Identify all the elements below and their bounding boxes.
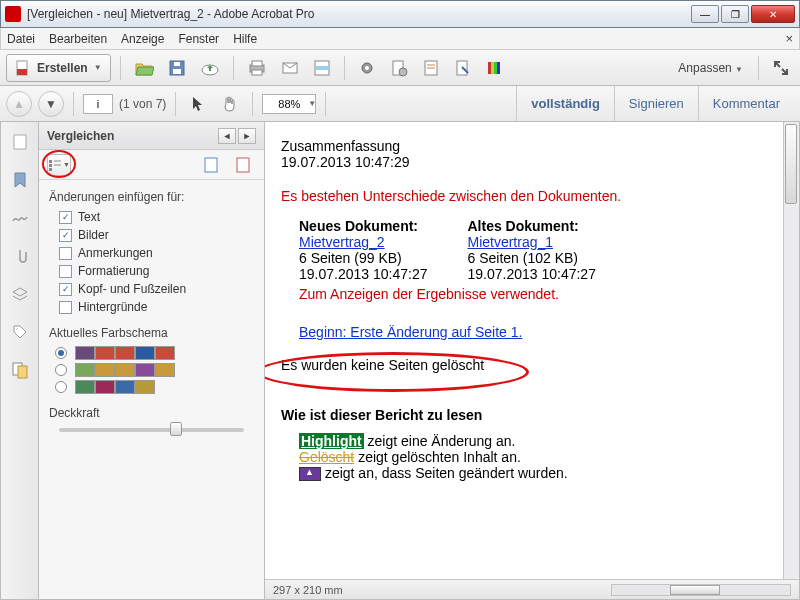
colors-button[interactable] <box>482 55 508 81</box>
panel-options-button[interactable]: ▼ <box>47 154 71 176</box>
svg-rect-32 <box>205 158 217 172</box>
rail-signature-icon[interactable] <box>10 208 30 228</box>
chk-images[interactable]: Bilder <box>59 228 254 242</box>
page-up-button[interactable]: ▲ <box>6 91 32 117</box>
svg-point-13 <box>365 66 369 70</box>
swatch <box>155 346 175 360</box>
vertical-scrollbar[interactable] <box>783 122 799 579</box>
panel-doc-a[interactable] <box>198 152 224 178</box>
form-button[interactable] <box>418 55 444 81</box>
close-button[interactable]: ✕ <box>751 5 795 23</box>
app-icon <box>5 6 21 22</box>
swatch <box>135 346 155 360</box>
radio-scheme-0[interactable] <box>55 347 67 359</box>
open-button[interactable] <box>130 55 158 81</box>
customize-button[interactable]: Anpassen ▼ <box>672 61 749 75</box>
new-doc-link[interactable]: Mietvertrag_2 <box>299 234 385 250</box>
svg-rect-8 <box>252 70 262 75</box>
status-bar: 297 x 210 mm <box>265 579 799 599</box>
gear-button[interactable] <box>354 55 380 81</box>
radio-scheme-1[interactable] <box>55 364 67 376</box>
folder-open-icon <box>134 59 154 77</box>
begin-link[interactable]: Beginn: Erste Änderung auf Seite 1. <box>299 324 522 340</box>
panel-body: Änderungen einfügen für: Text Bilder Anm… <box>39 180 264 442</box>
save-button[interactable] <box>164 55 190 81</box>
color-scheme-2[interactable] <box>55 380 254 394</box>
chk-headers-footers[interactable]: Kopf- und Fußzeilen <box>59 282 254 296</box>
rail-layers-icon[interactable] <box>10 284 30 304</box>
rail-attach-icon[interactable] <box>10 246 30 266</box>
print-button[interactable] <box>243 55 271 81</box>
no-delete-msg: Es wurden keine Seiten gelöscht <box>281 357 771 373</box>
radio-scheme-2[interactable] <box>55 381 67 393</box>
hscroll-thumb[interactable] <box>670 585 720 595</box>
create-button[interactable]: Erstellen ▼ <box>6 54 111 82</box>
swatch <box>75 363 95 377</box>
chk-text[interactable]: Text <box>59 210 254 224</box>
maximize-button[interactable]: ❐ <box>721 5 749 23</box>
list-icon <box>48 159 61 171</box>
swatch <box>95 346 115 360</box>
old-doc-date: 19.07.2013 10:47:27 <box>467 266 595 282</box>
new-doc-label: Neues Dokument: <box>299 218 427 234</box>
share-button[interactable] <box>277 55 303 81</box>
menu-view[interactable]: Anzeige <box>121 32 164 46</box>
svg-rect-31 <box>49 168 52 171</box>
slider-thumb[interactable] <box>170 422 182 436</box>
fullscreen-button[interactable] <box>768 55 794 81</box>
menu-window[interactable]: Fenster <box>178 32 219 46</box>
opacity-slider[interactable] <box>59 428 244 432</box>
old-doc-link[interactable]: Mietvertrag_1 <box>467 234 553 250</box>
color-scheme-1[interactable] <box>55 363 254 377</box>
rail-tag-icon[interactable] <box>10 322 30 342</box>
swatch <box>155 363 175 377</box>
arrow-cursor-icon <box>190 95 206 113</box>
menu-edit[interactable]: Bearbeiten <box>49 32 107 46</box>
link-sign[interactable]: Signieren <box>614 86 698 121</box>
rail-pages-icon[interactable] <box>10 132 30 152</box>
link-button[interactable] <box>450 55 476 81</box>
cloud-button[interactable] <box>196 55 224 81</box>
document-area: Zusammenfassung 19.07.2013 10:47:29 Es b… <box>265 122 799 599</box>
window-title: [Vergleichen - neu] Mietvertrag_2 - Adob… <box>27 7 691 21</box>
swatch <box>135 363 155 377</box>
color-scheme-0[interactable] <box>55 346 254 360</box>
chk-formatting[interactable]: Formatierung <box>59 264 254 278</box>
panel-prev[interactable]: ◄ <box>218 128 236 144</box>
menu-help[interactable]: Hilfe <box>233 32 257 46</box>
svg-rect-7 <box>252 61 262 66</box>
gear-icon <box>358 59 376 77</box>
svg-rect-29 <box>49 164 52 167</box>
diff-message: Es bestehen Unterschiede zwischen den Do… <box>281 188 771 204</box>
rail-bookmark-icon[interactable] <box>10 170 30 190</box>
vscroll-thumb[interactable] <box>785 124 797 204</box>
svg-rect-1 <box>17 69 27 75</box>
chk-annotations[interactable]: Anmerkungen <box>59 246 254 260</box>
scan-button[interactable] <box>309 55 335 81</box>
swatch <box>115 380 135 394</box>
edit-doc-button[interactable] <box>386 55 412 81</box>
legend-deleted: Gelöscht zeigt gelöschten Inhalt an. <box>299 449 771 465</box>
rail-compare-icon[interactable] <box>10 360 30 380</box>
printer-icon <box>247 59 267 77</box>
svg-rect-4 <box>174 62 180 66</box>
howto-title: Wie ist dieser Bericht zu lesen <box>281 407 771 423</box>
menu-file[interactable]: Datei <box>7 32 35 46</box>
chk-backgrounds[interactable]: Hintergründe <box>59 300 254 314</box>
menu-close-doc[interactable]: × <box>785 31 793 46</box>
link-comment[interactable]: Kommentar <box>698 86 794 121</box>
panel-doc-b[interactable] <box>230 152 256 178</box>
document-content[interactable]: Zusammenfassung 19.07.2013 10:47:29 Es b… <box>265 122 783 579</box>
zoom-input[interactable] <box>262 94 316 114</box>
create-label: Erstellen <box>37 61 88 75</box>
link-full[interactable]: vollständig <box>516 86 614 121</box>
panel-next[interactable]: ► <box>238 128 256 144</box>
page-total: (1 von 7) <box>119 97 166 111</box>
minimize-button[interactable]: — <box>691 5 719 23</box>
page-number-input[interactable] <box>83 94 113 114</box>
pan-tool[interactable] <box>217 91 243 117</box>
hand-icon <box>221 95 239 113</box>
hand-tool[interactable] <box>185 91 211 117</box>
page-down-button[interactable]: ▼ <box>38 91 64 117</box>
horizontal-scrollbar[interactable] <box>611 584 791 596</box>
